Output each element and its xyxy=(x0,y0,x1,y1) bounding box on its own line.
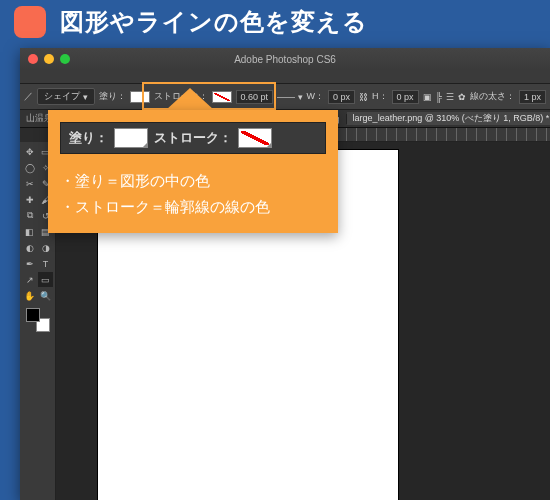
blur-tool[interactable]: ◐ xyxy=(22,240,37,255)
line-weight-label: 線の太さ： xyxy=(470,90,515,103)
pen-tool[interactable]: ✒ xyxy=(22,256,37,271)
move-tool[interactable]: ✥ xyxy=(22,144,37,159)
hand-tool[interactable]: ✋ xyxy=(22,288,37,303)
close-button[interactable] xyxy=(28,54,38,64)
callout-stroke-label: ストローク： xyxy=(154,129,232,147)
tutorial-banner: 図形やラインの色を変える xyxy=(0,0,550,48)
callout: 塗り： ストローク： 塗り＝図形の中の色 ストローク＝輪郭線の線の色 xyxy=(48,88,338,233)
align-icon[interactable]: ╠ xyxy=(436,92,442,102)
line-weight-field[interactable]: 1 px xyxy=(519,90,546,104)
h-label: H： xyxy=(372,90,388,103)
eraser-tool[interactable]: ◧ xyxy=(22,224,37,239)
callout-stroke-swatch[interactable] xyxy=(238,128,272,148)
shape-tool[interactable]: ▭ xyxy=(38,272,53,287)
path-ops-icon[interactable]: ▣ xyxy=(423,92,432,102)
callout-bullet: ストローク＝輪郭線の線の色 xyxy=(60,194,326,220)
menubar[interactable] xyxy=(20,70,550,84)
height-field[interactable]: 0 px xyxy=(392,90,419,104)
path-tool[interactable]: ↗ xyxy=(22,272,37,287)
color-swatches[interactable] xyxy=(26,308,50,332)
callout-arrow xyxy=(166,88,214,110)
callout-bullet: 塗り＝図形の中の色 xyxy=(60,168,326,194)
banner-icon xyxy=(14,6,46,38)
callout-fill-swatch[interactable] xyxy=(114,128,148,148)
heal-tool[interactable]: ✚ xyxy=(22,192,37,207)
banner-title: 図形やラインの色を変える xyxy=(60,6,368,38)
titlebar: Adobe Photoshop CS6 xyxy=(20,48,550,70)
gear-icon[interactable]: ✿ xyxy=(458,92,466,102)
callout-fill-label: 塗り： xyxy=(69,129,108,147)
tab-active[interactable]: large_leather.png @ 310% (べた塗り 1, RGB/8)… xyxy=(347,112,550,125)
callout-bullets: 塗り＝図形の中の色 ストローク＝輪郭線の線の色 xyxy=(60,168,326,219)
arrange-icon[interactable]: ☰ xyxy=(446,92,454,102)
callout-zoom-row: 塗り： ストローク： xyxy=(60,122,326,154)
stamp-tool[interactable]: ⧉ xyxy=(22,208,37,223)
app-title: Adobe Photoshop CS6 xyxy=(234,54,336,65)
line-tool-icon[interactable]: ／ xyxy=(24,90,33,103)
type-tool[interactable]: T xyxy=(38,256,53,271)
dodge-tool[interactable]: ◑ xyxy=(38,240,53,255)
link-icon[interactable]: ⛓ xyxy=(359,92,368,102)
maximize-button[interactable] xyxy=(60,54,70,64)
crop-tool[interactable]: ✂ xyxy=(22,176,37,191)
zoom-tool[interactable]: 🔍 xyxy=(38,288,53,303)
fg-color[interactable] xyxy=(26,308,40,322)
minimize-button[interactable] xyxy=(44,54,54,64)
lasso-tool[interactable]: ◯ xyxy=(22,160,37,175)
